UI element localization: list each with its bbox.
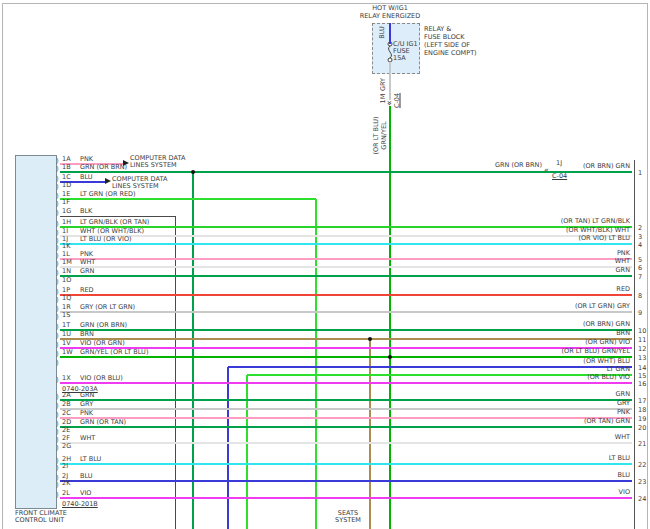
wire-color-label: RED bbox=[80, 287, 94, 294]
right-wire-label: (OR TAN) LT GRN/BLK bbox=[450, 218, 630, 225]
right-wire-label: GRN bbox=[450, 267, 630, 274]
pin-id-1c: 1C bbox=[62, 174, 71, 181]
connector-link[interactable]: 0740-201B bbox=[62, 501, 98, 508]
pin-bracket: ) bbox=[56, 465, 59, 472]
pin-id-2f: 2F bbox=[62, 435, 70, 442]
wire-color-label: GRN (OR TAN) bbox=[80, 419, 126, 426]
right-pin-number-24: 24 bbox=[638, 496, 646, 503]
pin-bracket: ) bbox=[56, 314, 59, 321]
fuse-block-location-line2: FUSE BLOCK bbox=[424, 34, 465, 41]
pin-bracket: ) bbox=[56, 429, 59, 436]
wire-horizontal bbox=[60, 311, 632, 313]
pin-id-1o: 1O bbox=[62, 277, 71, 284]
wire-horizontal bbox=[60, 382, 632, 384]
fuse-block-location-line1: RELAY & bbox=[424, 26, 451, 33]
pin-bracket: ) bbox=[56, 193, 59, 200]
right-pin-number-11: 11 bbox=[638, 337, 646, 344]
wire-horizontal bbox=[60, 442, 632, 444]
wire-horizontal bbox=[60, 463, 632, 465]
right-pin-number-4: 4 bbox=[638, 242, 642, 249]
system-note-line2: LINES SYSTEM bbox=[130, 162, 177, 169]
wire-color-label: GRN (OR BRN) bbox=[80, 164, 127, 171]
pin-bracket: ) bbox=[56, 261, 59, 268]
pin-id-1p: 1P bbox=[62, 287, 70, 294]
pin-bracket: ) bbox=[56, 306, 59, 313]
right-wire-label: WHT bbox=[450, 434, 630, 441]
wire-vertical bbox=[389, 62, 391, 100]
right-pin-number-16: 16 bbox=[638, 381, 646, 388]
pin-id-2c: 2C bbox=[62, 410, 71, 417]
right-wire-label: WHT bbox=[450, 258, 630, 265]
right-pin-number-15: 15 bbox=[638, 373, 646, 380]
connector-link[interactable]: 0740-203A bbox=[62, 386, 98, 393]
pin-bracket: ) bbox=[56, 445, 59, 452]
pin-id-2a: 2A bbox=[62, 392, 71, 399]
pin-id-1n: 1N bbox=[62, 268, 71, 275]
right-wire-label: (OR BRN) GRN bbox=[450, 321, 630, 328]
pin-id-2l: 2L bbox=[62, 490, 70, 497]
pin-bracket: ) bbox=[56, 221, 59, 228]
pin-id-2k: 2K bbox=[62, 480, 70, 487]
pin-bracket: ) bbox=[56, 184, 59, 191]
pin-id-2i: 2I bbox=[62, 463, 68, 470]
right-wire-label: GRN bbox=[450, 391, 630, 398]
right-pin-number-7: 7 bbox=[638, 274, 642, 281]
pin-bracket: ) bbox=[56, 158, 59, 165]
pin-id-1q: 1Q bbox=[62, 295, 71, 302]
wire-color-label: WHT (OR WHT/BLK) bbox=[80, 228, 144, 235]
pin-bracket: ) bbox=[56, 297, 59, 304]
pin-bracket: ) bbox=[56, 201, 59, 208]
wire-color-label: BLK bbox=[80, 208, 92, 215]
right-pin-number-2: 2 bbox=[638, 225, 642, 232]
right-wire-label: VIO bbox=[450, 489, 630, 496]
wire-horizontal bbox=[60, 198, 316, 200]
right-wire-label: (OR VIO) LT BLU bbox=[450, 235, 630, 242]
wire-color-label: GRN bbox=[80, 392, 94, 399]
pin-id-1w: 1W bbox=[62, 349, 73, 356]
wire-color-label: GRY bbox=[80, 401, 93, 408]
front-climate-control-unit-box bbox=[15, 155, 57, 509]
right-wire-label: PNK bbox=[450, 409, 630, 416]
right-wire-label: BRN bbox=[450, 330, 630, 337]
pin-bracket: ) bbox=[56, 279, 59, 286]
wire-vertical bbox=[389, 106, 391, 529]
wire-color-label: GRN/YEL (OR LT BLU) bbox=[80, 349, 148, 356]
wire-color-label: GRN bbox=[80, 268, 94, 275]
wire-color-label: WHT bbox=[80, 259, 95, 266]
pin-id-1b: 1B bbox=[62, 164, 71, 171]
wire-horizontal bbox=[60, 171, 632, 173]
row1b-inline-connector-id-link[interactable]: C-04 bbox=[552, 173, 567, 180]
pin-id-1t: 1T bbox=[62, 322, 70, 329]
right-pin-number-9: 9 bbox=[638, 310, 642, 317]
pin-id-1f: 1F bbox=[62, 199, 70, 206]
right-pin-number-5: 5 bbox=[638, 257, 642, 264]
right-wire-label: (OR WHT) BLU bbox=[450, 358, 630, 365]
wire-color-label: GRY (OR LT GRN) bbox=[80, 304, 135, 311]
pin-id-1a: 1A bbox=[62, 156, 71, 163]
wire-horizontal bbox=[60, 275, 632, 277]
wire-color-label: VIO (OR GRN) bbox=[80, 340, 125, 347]
wire-color-label: PNK bbox=[80, 410, 93, 417]
wire-color-label: WHT bbox=[80, 435, 95, 442]
wire-color-label: BLU bbox=[80, 473, 93, 480]
right-pin-number-3: 3 bbox=[638, 234, 642, 241]
pin-id-2g: 2G bbox=[62, 443, 71, 450]
pin-bracket: ) bbox=[56, 377, 59, 384]
pin-id-1r: 1R bbox=[62, 304, 71, 311]
wire-color-label: LT GRN (OR RED) bbox=[80, 191, 136, 198]
wire-color-label: VIO bbox=[80, 490, 91, 497]
right-wire-label: RED bbox=[450, 286, 630, 293]
pin-id-1x: 1X bbox=[62, 375, 71, 382]
pin-bracket: ) bbox=[56, 333, 59, 340]
right-pin-number-13: 13 bbox=[638, 355, 646, 362]
right-connector-line bbox=[634, 160, 635, 529]
right-wire-label: (OR LT GRN) GRY bbox=[450, 303, 630, 310]
fuse-block-location-line3: (LEFT SIDE OF bbox=[424, 42, 470, 49]
system-note-line2: LINES SYSTEM bbox=[112, 183, 159, 190]
wire-vertical bbox=[389, 23, 391, 44]
pin-bracket: ) bbox=[56, 421, 59, 428]
right-wire-label: BLU bbox=[450, 472, 630, 479]
right-pin-number-6: 6 bbox=[638, 265, 642, 272]
pin-bracket: ) bbox=[56, 360, 59, 367]
feed-connector-id-link[interactable]: C-04 bbox=[394, 51, 401, 151]
